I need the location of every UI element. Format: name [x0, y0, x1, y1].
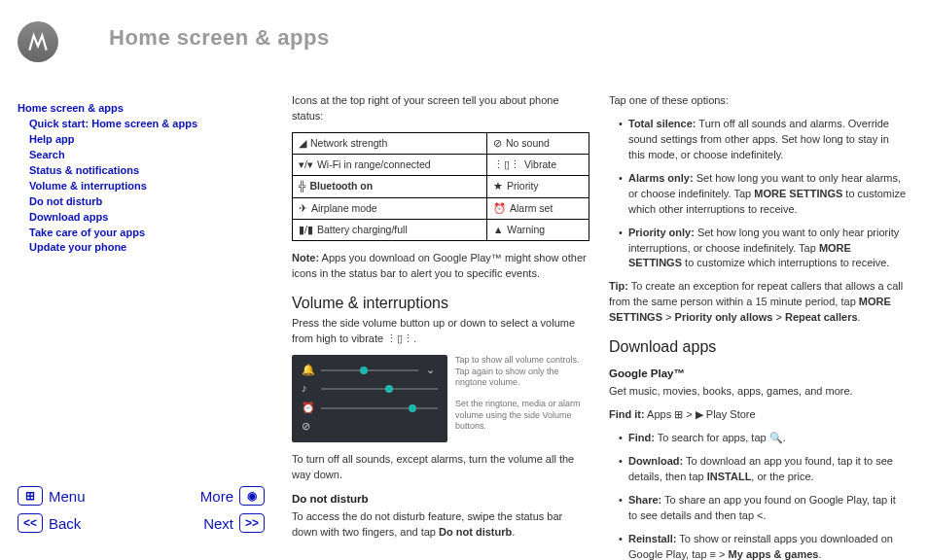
back-label: Back — [49, 515, 81, 532]
more-icon: ◉ — [239, 486, 265, 506]
option-total-silence: Total silence: Turn off all sounds and a… — [619, 117, 907, 163]
volume-panel: 🔔⌄ ♪ ⏰ ⊘ — [292, 355, 447, 442]
back-button[interactable]: << Back — [18, 513, 81, 533]
bluetooth-label: Bluetooth on — [309, 179, 373, 193]
column-1: Icons at the top right of your screen te… — [292, 93, 589, 539]
bullet-reinstall: Reinstall: To show or reinstall apps you… — [619, 532, 907, 560]
wifi-icon: ▾/▾ — [299, 158, 313, 172]
apps-grid-icon: ⊞ — [674, 408, 683, 420]
toc-item[interactable]: Take care of your apps — [29, 226, 265, 241]
toc-item[interactable]: Do not disturb — [29, 194, 265, 210]
battery-icon: ▮/▮ — [299, 223, 313, 237]
music-icon: ♪ — [302, 381, 313, 397]
volume-p2: To turn off all sounds, except alarms, t… — [292, 452, 589, 483]
volume-p1: Press the side volume button up or down … — [292, 316, 589, 347]
play-store-icon: ▶ — [696, 408, 703, 420]
more-button[interactable]: More ◉ — [200, 486, 265, 506]
dnd-p: To access the do not disturb feature, sw… — [292, 509, 589, 541]
signal-icon: ◢ — [299, 136, 306, 151]
heading-volume: Volume & interruptions — [292, 292, 589, 314]
menu-icon: ⊞ — [18, 486, 43, 506]
toc-root[interactable]: Home screen & apps — [18, 101, 265, 117]
toc-item[interactable]: Quick start: Home screen & apps — [29, 117, 265, 132]
toc-item[interactable]: Help app — [29, 132, 265, 148]
no-sound-icon: ⊘ — [493, 136, 502, 151]
vibrate-inline-icon: ⋮▯⋮ — [386, 332, 413, 344]
search-icon: 🔍 — [769, 432, 783, 443]
next-icon: >> — [239, 513, 265, 533]
toc-item[interactable]: Volume & interruptions — [29, 179, 265, 194]
table-of-contents: Home screen & apps Quick start: Home scr… — [18, 101, 265, 256]
heading-download-apps: Download apps — [609, 335, 907, 358]
tip: Tip: To create an exception for repeat c… — [609, 279, 907, 326]
status-icons-table: ◢ Network strength ⊘ No sound ▾/▾ Wi-Fi … — [292, 132, 589, 241]
vibrate-icon: ⋮▯⋮ — [493, 158, 520, 172]
warning-icon: ▲ — [493, 223, 503, 237]
next-button[interactable]: Next >> — [203, 513, 265, 533]
gplay-p: Get music, movies, books, apps, games, a… — [609, 384, 907, 400]
intro-text: Icons at the top right of your screen te… — [292, 93, 589, 124]
bullet-download: Download: To download an app you found, … — [619, 454, 907, 485]
chevron-down-icon: ⌄ — [426, 363, 438, 378]
none-icon: ⊘ — [302, 419, 313, 435]
bullet-share: Share: To share an app you found on Goog… — [619, 493, 907, 524]
column-2: Tap one of these options: Total silence:… — [609, 93, 907, 539]
page-title: Home screen & apps — [109, 25, 330, 51]
share-icon: < — [757, 509, 763, 521]
option-alarms-only: Alarms only: Set how long you want to on… — [619, 171, 907, 218]
note: Note: Apps you download on Google Play™ … — [292, 251, 589, 282]
heading-google-play: Google Play™ — [609, 366, 907, 382]
toc-item[interactable]: Download apps — [29, 210, 265, 226]
bell-icon: 🔔 — [302, 363, 313, 378]
back-icon: << — [18, 513, 43, 533]
tap-intro: Tap one of these options: — [609, 93, 907, 109]
airplane-icon: ✈ — [299, 201, 307, 216]
toc-item[interactable]: Search — [29, 148, 265, 163]
more-label: More — [200, 488, 233, 505]
menu-button[interactable]: ⊞ Menu — [18, 486, 86, 506]
alarm-icon: ⏰ — [493, 201, 506, 216]
star-icon: ★ — [493, 179, 503, 193]
find-it: Find it: Apps ⊞ > ▶ Play Store — [609, 407, 907, 423]
motorola-logo — [18, 21, 58, 62]
vol-note-2: Set the ringtone, media or alarm volume … — [455, 399, 589, 433]
option-priority-only: Priority only: Set how long you want to … — [619, 226, 907, 272]
toc-item[interactable]: Update your phone — [29, 240, 265, 256]
alarm-small-icon: ⏰ — [302, 401, 313, 416]
next-label: Next — [203, 515, 233, 532]
bullet-find: Find: To search for apps, tap 🔍. — [619, 431, 907, 446]
vol-note-1: Tap to show all volume controls. Tap aga… — [455, 355, 589, 389]
heading-dnd: Do not disturb — [292, 491, 589, 508]
toc-item[interactable]: Status & notifications — [29, 163, 265, 179]
menu-label: Menu — [49, 488, 86, 505]
